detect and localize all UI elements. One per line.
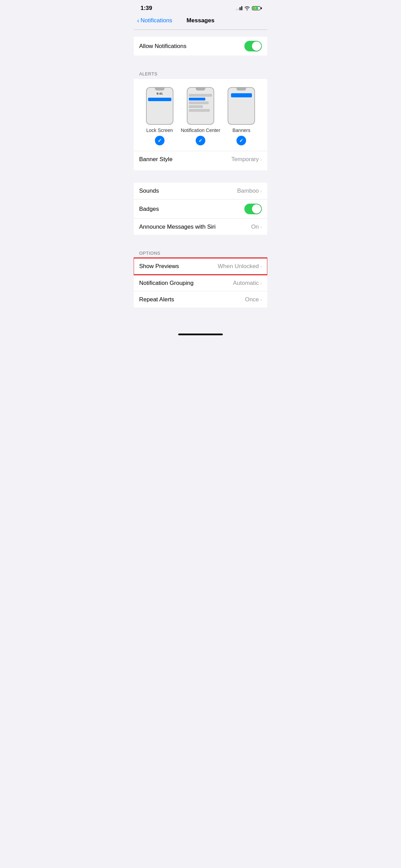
banner-style-value: Temporary <box>231 156 259 163</box>
lock-screen-label: Lock Screen <box>146 128 173 133</box>
sounds-row[interactable]: Sounds Bamboo › <box>134 183 267 199</box>
wifi-icon <box>244 6 250 10</box>
badges-label: Badges <box>139 206 159 213</box>
back-button[interactable]: ‹ Notifications <box>137 17 172 24</box>
nc-line-3 <box>189 105 203 108</box>
allow-notifications-section: Allow Notifications <box>134 37 267 56</box>
repeat-alerts-row[interactable]: Repeat Alerts Once › <box>134 291 267 308</box>
nc-line-4 <box>189 109 210 112</box>
banners-option[interactable]: Banners ✓ <box>221 87 262 145</box>
announce-value-container: On › <box>251 224 262 230</box>
home-bar <box>178 334 223 335</box>
status-time: 1:39 <box>141 5 152 12</box>
page-title: Messages <box>186 17 214 24</box>
announce-messages-row[interactable]: Announce Messages with Siri On › <box>134 218 267 235</box>
repeat-alerts-label: Repeat Alerts <box>139 296 174 303</box>
lock-screen-screen: 9:41 <box>147 91 173 124</box>
banners-screen <box>228 91 254 124</box>
show-previews-chevron: › <box>260 264 262 269</box>
alerts-section-header: ALERTS <box>134 68 267 79</box>
options-label: OPTIONS <box>139 251 160 256</box>
check-icon-3: ✓ <box>239 138 243 143</box>
alerts-label: ALERTS <box>139 71 157 76</box>
notification-center-option[interactable]: Notification Center ✓ <box>180 87 221 145</box>
gap-3 <box>134 235 267 247</box>
repeat-alerts-value-container: Once › <box>245 296 262 303</box>
allow-notifications-label: Allow Notifications <box>139 43 186 50</box>
bottom-padding <box>134 308 267 328</box>
banners-check: ✓ <box>236 136 246 145</box>
banner-style-value-container: Temporary › <box>231 156 262 163</box>
lock-screen-option[interactable]: 9:41 Lock Screen ✓ <box>139 87 180 145</box>
home-indicator <box>134 328 267 339</box>
signal-icon <box>236 6 242 10</box>
nc-line-1 <box>189 94 212 97</box>
lock-notification-bar <box>148 98 171 101</box>
badges-toggle[interactable] <box>244 204 262 214</box>
status-icons: ⚡ <box>236 6 260 10</box>
badges-row: Badges <box>134 199 267 218</box>
allow-notifications-row: Allow Notifications <box>134 37 267 56</box>
check-icon-2: ✓ <box>198 138 203 143</box>
back-chevron-icon: ‹ <box>137 17 139 24</box>
banner-style-label: Banner Style <box>139 156 172 163</box>
announce-chevron: › <box>260 224 262 230</box>
banner-notification-bar <box>231 93 252 97</box>
notification-grouping-row[interactable]: Notification Grouping Automatic › <box>134 275 267 291</box>
options-section-header: OPTIONS <box>134 247 267 258</box>
banner-style-row[interactable]: Banner Style Temporary › <box>134 151 267 168</box>
repeat-alerts-value: Once <box>245 296 259 303</box>
notification-center-check: ✓ <box>196 136 205 145</box>
gap-2 <box>134 170 267 183</box>
gap-1 <box>134 56 267 68</box>
nav-header: ‹ Notifications Messages <box>134 14 267 29</box>
sounds-value-container: Bamboo › <box>237 188 262 194</box>
notification-grouping-label: Notification Grouping <box>139 280 194 287</box>
lock-screen-mockup: 9:41 <box>146 87 173 125</box>
back-label: Notifications <box>141 17 172 24</box>
nc-lines <box>189 94 212 112</box>
show-previews-label: Show Previews <box>139 263 179 270</box>
nc-screen <box>187 91 214 124</box>
lock-time: 9:41 <box>148 92 171 95</box>
announce-value: On <box>251 224 259 230</box>
banners-mockup <box>228 87 255 125</box>
sounds-section: Sounds Bamboo › Badges Announce Messages… <box>134 183 267 235</box>
battery-icon: ⚡ <box>252 6 260 10</box>
banner-style-chevron: › <box>260 157 262 162</box>
nc-line-2 <box>189 101 209 104</box>
show-previews-value-container: When Unlocked › <box>218 263 262 270</box>
badges-toggle-thumb <box>252 204 261 214</box>
phone-notch <box>155 88 165 91</box>
nc-line-blue <box>189 98 205 100</box>
status-bar: 1:39 ⚡ <box>134 0 267 14</box>
notification-center-mockup <box>187 87 214 125</box>
lock-screen-check: ✓ <box>155 136 165 145</box>
show-previews-value: When Unlocked <box>218 263 259 270</box>
notification-center-label: Notification Center <box>181 128 220 133</box>
sounds-chevron: › <box>260 188 262 194</box>
phone-notch-3 <box>236 88 246 91</box>
toggle-thumb <box>252 41 261 51</box>
sounds-label: Sounds <box>139 188 159 194</box>
notification-grouping-value-container: Automatic › <box>233 280 262 287</box>
announce-messages-label: Announce Messages with Siri <box>139 224 216 230</box>
phone-notch-2 <box>196 88 205 91</box>
alert-options-row: 9:41 Lock Screen ✓ <box>134 84 267 151</box>
top-gap <box>134 30 267 37</box>
repeat-alerts-chevron: › <box>260 297 262 302</box>
options-section: Show Previews When Unlocked › Notificati… <box>134 258 267 308</box>
notification-grouping-chevron: › <box>260 280 262 286</box>
check-icon: ✓ <box>158 138 162 143</box>
banners-label: Banners <box>232 128 250 133</box>
allow-notifications-toggle[interactable] <box>244 41 262 51</box>
show-previews-row[interactable]: Show Previews When Unlocked › <box>134 258 267 275</box>
alerts-section: 9:41 Lock Screen ✓ <box>134 79 267 170</box>
notification-grouping-value: Automatic <box>233 280 259 287</box>
sounds-value: Bamboo <box>237 188 259 194</box>
